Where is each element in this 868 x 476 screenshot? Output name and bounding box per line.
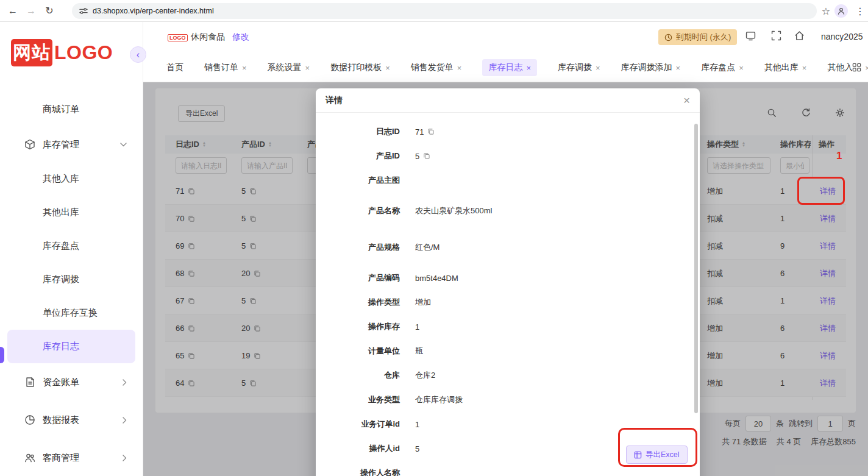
logo-primary: 网站 (11, 39, 52, 66)
field-label: 业务类型 (316, 394, 400, 405)
tab-list-icon[interactable] (852, 63, 863, 74)
forward-icon[interactable]: → (22, 5, 40, 16)
copy-icon[interactable] (427, 128, 435, 135)
modal-field-row: 计量单位瓶 (316, 339, 700, 363)
screen-icon[interactable] (745, 30, 756, 43)
sidebar-item-label: 库存调拨 (43, 274, 79, 285)
sidebar-item-label: 其他出库 (43, 207, 79, 218)
field-value: 仓库2 (415, 370, 435, 381)
tab-item[interactable]: 库存调拨添加× (621, 62, 681, 73)
sidebar-item-stocktaking[interactable]: 库存盘点 (0, 229, 143, 263)
tab-item[interactable]: 销售订单× (204, 62, 247, 73)
sidebar-item-other-outbound[interactable]: 其他出库 (0, 196, 143, 229)
sidebar-menu: 商城订单 库存管理 其他入库 其他出库 库存盘点 库存调拨 单位库存互换 库存日… (0, 91, 143, 476)
field-value: 红色/M (415, 242, 439, 253)
refresh-icon[interactable]: ↻ (40, 5, 59, 16)
field-value: bm5t4e4DM (415, 274, 458, 283)
profile-avatar[interactable] (834, 4, 848, 18)
field-value: 农夫山泉矿泉水500ml (415, 205, 492, 216)
tab-item[interactable]: 其他出库× (764, 62, 807, 73)
address-bar[interactable]: d3.shopxo.vip/erp-center-index.html (72, 3, 817, 19)
field-value: 仓库库存调拨 (415, 394, 463, 405)
field-value: 1 (415, 420, 419, 429)
annotation-step-number: 1 (836, 150, 842, 162)
back-icon[interactable]: ← (4, 5, 22, 16)
fullscreen-icon[interactable] (771, 30, 781, 43)
tab-close-icon[interactable]: × (802, 63, 807, 73)
home-icon[interactable] (794, 30, 805, 43)
field-value: 71 (415, 127, 435, 137)
sidebar-item-stock-transfer[interactable]: 库存调拨 (0, 263, 143, 296)
modal-field-row: 产品规格红色/M (316, 229, 700, 266)
bill-icon (24, 377, 35, 388)
sidebar-item-mall-orders[interactable]: 商城订单 (0, 91, 143, 127)
sidebar-item-customers[interactable]: 客商管理 (0, 439, 143, 476)
sidebar-item-funds[interactable]: 资金账单 (0, 363, 143, 401)
browser-menu-icon[interactable]: ⋮ (855, 5, 866, 17)
field-label: 业务订单id (316, 419, 400, 430)
tab-close-icon[interactable]: × (242, 63, 247, 73)
tab-close-icon[interactable]: × (457, 63, 462, 73)
tab-item[interactable]: 库存调拨× (558, 62, 600, 73)
sidebar-item-label: 库存盘点 (43, 240, 79, 252)
username[interactable]: nancy2025 (821, 32, 863, 41)
tab-item[interactable]: 库存盘点× (701, 62, 744, 73)
tab-close-icon[interactable]: × (739, 63, 744, 73)
sidebar-item-reports[interactable]: 数据报表 (0, 401, 143, 439)
tab-item[interactable]: 库存日志× (482, 59, 537, 76)
tab-close-icon[interactable]: × (305, 63, 310, 73)
field-label: 产品编码 (316, 272, 400, 283)
modal-scrollbar[interactable] (694, 124, 698, 413)
chevron-right-icon (123, 379, 127, 386)
sidebar-item-stock-log[interactable]: 库存日志 (7, 330, 135, 363)
field-value: 5 (415, 444, 419, 453)
sidebar-item-unit-stock-swap[interactable]: 单位库存互换 (0, 296, 143, 330)
tab-item[interactable]: 系统设置× (268, 62, 310, 73)
site-permissions-icon[interactable] (79, 7, 88, 15)
field-label: 计量单位 (316, 346, 400, 357)
browser-toolbar: ← → ↻ d3.shopxo.vip/erp-center-index.htm… (0, 0, 868, 22)
field-label: 日志ID (316, 126, 400, 137)
modal-close-icon[interactable]: × (683, 94, 690, 106)
tab-close-icon[interactable]: × (865, 63, 868, 73)
sidebar-item-label: 其他入库 (43, 173, 79, 185)
modal-field-row: 产品主图 (316, 168, 700, 193)
tab-label: 库存调拨 (558, 62, 592, 73)
sidebar-item-label: 商城订单 (43, 104, 79, 115)
tab-close-icon[interactable]: × (385, 63, 390, 73)
sidebar-item-label: 客商管理 (43, 452, 79, 464)
field-value: 1 (415, 322, 419, 332)
edit-shop-link[interactable]: 修改 (232, 32, 249, 43)
modal-field-row: 产品ID5 (316, 144, 700, 168)
tab-close-icon[interactable]: × (596, 63, 600, 73)
chevron-right-icon (123, 455, 127, 461)
tab-item[interactable]: 数据打印模板× (330, 62, 390, 73)
people-icon (24, 452, 35, 463)
field-label: 产品ID (316, 151, 400, 162)
tab-close-icon[interactable]: × (676, 63, 681, 73)
sidebar-collapse-button[interactable]: ‹ (130, 46, 146, 63)
tab-label: 销售订单 (204, 62, 238, 73)
tab-bar: 首页销售订单×系统设置×数据打印模板×销售发货单×库存日志×库存调拨×库存调拨添… (143, 54, 868, 82)
field-label: 产品规格 (316, 242, 400, 253)
tab-label: 销售发货单 (411, 62, 454, 73)
sidebar-item-other-inbound[interactable]: 其他入库 (0, 162, 143, 196)
expire-badge: 到期时间 (永久) (658, 29, 737, 45)
tab-label: 系统设置 (268, 62, 302, 73)
tab-close-icon[interactable]: × (526, 63, 531, 73)
tab-item[interactable]: 首页 (166, 62, 183, 73)
tab-label: 库存调拨添加 (621, 62, 672, 73)
detail-modal: 详情 × 日志ID71产品ID5产品主图产品名称农夫山泉矿泉水500ml产品规格… (316, 88, 700, 476)
sidebar-item-label: 数据报表 (43, 414, 79, 426)
copy-icon[interactable] (423, 152, 430, 160)
sidebar-item-inventory[interactable]: 库存管理 (0, 127, 143, 162)
field-value: 5 (415, 152, 430, 161)
field-label: 操作人id (316, 443, 400, 454)
tab-item[interactable]: 销售发货单× (411, 62, 462, 73)
field-value: 瓶 (415, 346, 423, 357)
bookmark-star-icon[interactable]: ☆ (819, 5, 833, 17)
cube-icon (24, 139, 35, 150)
clock-icon (664, 34, 672, 41)
person-icon (837, 7, 845, 15)
field-label: 产品主图 (316, 175, 400, 186)
